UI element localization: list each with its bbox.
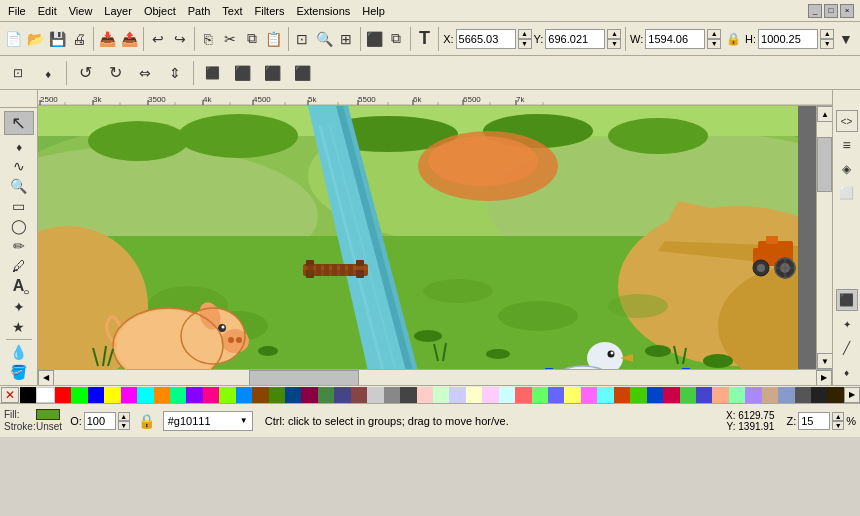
swatch-chartreuse[interactable] <box>219 387 235 403</box>
menu-path[interactable]: Path <box>182 3 217 19</box>
swatch-grass[interactable] <box>630 387 646 403</box>
spray-tool[interactable]: ✦ <box>4 297 34 316</box>
swatch-azure[interactable] <box>236 387 252 403</box>
lock-icon[interactable]: 🔒 <box>138 413 155 429</box>
swatch-magenta[interactable] <box>121 387 137 403</box>
swatch-lightblue[interactable] <box>449 387 465 403</box>
menu-layer[interactable]: Layer <box>98 3 138 19</box>
y-down[interactable]: ▼ <box>607 39 621 49</box>
swatch-cyan[interactable] <box>137 387 153 403</box>
h-input[interactable] <box>758 29 818 49</box>
y-up[interactable]: ▲ <box>607 29 621 39</box>
opacity-input[interactable] <box>84 412 116 430</box>
scroll-thumb-v[interactable] <box>817 137 832 192</box>
rotate-cw-button[interactable]: ↻ <box>101 59 129 87</box>
align-center-h-button[interactable]: ⬛ <box>228 59 256 87</box>
snap-node-button[interactable]: ⬧ <box>836 361 858 383</box>
flip-v-button[interactable]: ⇕ <box>161 59 189 87</box>
menu-help[interactable]: Help <box>356 3 391 19</box>
zoom-sel-button[interactable]: 🔍 <box>314 25 334 53</box>
swatch-nearblack[interactable] <box>811 387 827 403</box>
snap-btn2[interactable]: ⬧ <box>34 59 62 87</box>
text-tool-button[interactable]: T <box>415 25 435 53</box>
flip-h-button[interactable]: ⇔ <box>131 59 159 87</box>
export-button[interactable]: 📤 <box>120 25 140 53</box>
scroll-track-h[interactable] <box>54 370 816 386</box>
import-button[interactable]: 📥 <box>98 25 118 53</box>
swatch-gray[interactable] <box>384 387 400 403</box>
copy-style-button[interactable]: ⎘ <box>198 25 218 53</box>
tweak-tool[interactable]: ∿ <box>4 156 34 175</box>
fill-tool[interactable]: 🪣 <box>4 363 34 382</box>
swatch-steel[interactable] <box>778 387 794 403</box>
swatch-brown[interactable] <box>252 387 268 403</box>
swatch-skyblue[interactable] <box>597 387 613 403</box>
swatch-red[interactable] <box>55 387 71 403</box>
align-right-button[interactable]: ⬛ <box>258 59 286 87</box>
pen-tool[interactable]: 🖊 <box>4 256 34 275</box>
ellipse-tool[interactable]: ◯ <box>4 216 34 235</box>
menu-edit[interactable]: Edit <box>32 3 63 19</box>
x-down[interactable]: ▼ <box>518 39 532 49</box>
swatch-darkbrown[interactable] <box>827 387 843 403</box>
w-down[interactable]: ▼ <box>707 39 721 49</box>
palette-scroll-right[interactable]: ▶ <box>844 387 860 403</box>
no-color-button[interactable]: ✕ <box>1 387 19 403</box>
swatch-slate[interactable] <box>334 387 350 403</box>
h-down[interactable]: ▼ <box>820 39 834 49</box>
swatch-lightlime[interactable] <box>532 387 548 403</box>
swatch-darkgray[interactable] <box>400 387 416 403</box>
menu-text[interactable]: Text <box>216 3 248 19</box>
zoom-tool[interactable]: 🔍 <box>4 176 34 195</box>
save-button[interactable]: 💾 <box>48 25 68 53</box>
swatch-silver[interactable] <box>367 387 383 403</box>
swatch-lightyellow[interactable] <box>466 387 482 403</box>
swatch-navy[interactable] <box>285 387 301 403</box>
dropper-tool[interactable]: 💧 <box>4 343 34 362</box>
scroll-track-v[interactable] <box>817 122 832 353</box>
layers-button[interactable]: ≡ <box>836 134 858 156</box>
zoom-up[interactable]: ▲ <box>832 412 844 421</box>
swatch-cobalt[interactable] <box>647 387 663 403</box>
redo-button[interactable]: ↪ <box>170 25 190 53</box>
h-up[interactable]: ▲ <box>820 29 834 39</box>
menu-filters[interactable]: Filters <box>249 3 291 19</box>
x-input[interactable] <box>456 29 516 49</box>
swatch-darkorange[interactable] <box>614 387 630 403</box>
swatch-corn[interactable] <box>564 387 580 403</box>
undo-button[interactable]: ↩ <box>148 25 168 53</box>
menu-view[interactable]: View <box>63 3 99 19</box>
opacity-down[interactable]: ▼ <box>118 421 130 430</box>
xml-editor-button[interactable]: <> <box>836 110 858 132</box>
y-input[interactable] <box>545 29 605 49</box>
lock-proportions-button[interactable]: 🔒 <box>723 25 743 53</box>
swatch-hotpink[interactable] <box>581 387 597 403</box>
canvas[interactable]: ▲ ▼ <box>38 106 832 369</box>
objects-button[interactable]: ⬜ <box>836 182 858 204</box>
snap-btn1[interactable]: ⊡ <box>4 59 32 87</box>
swatch-black[interactable] <box>20 387 36 403</box>
opacity-up[interactable]: ▲ <box>118 412 130 421</box>
window-close[interactable]: × <box>840 4 854 18</box>
zoom-fit-button[interactable]: ⊡ <box>292 25 312 53</box>
swatch-maroon[interactable] <box>301 387 317 403</box>
align-top-button[interactable]: ⬛ <box>288 59 316 87</box>
node-edit-tool[interactable]: ⬧ <box>4 136 34 155</box>
swatch-lime[interactable] <box>71 387 87 403</box>
zoom-input[interactable] <box>798 412 830 430</box>
x-up[interactable]: ▲ <box>518 29 532 39</box>
swatch-periwinkle[interactable] <box>548 387 564 403</box>
scroll-thumb-h[interactable] <box>249 370 359 386</box>
swatch-lightcyan[interactable] <box>499 387 515 403</box>
zoom-down[interactable]: ▼ <box>832 421 844 430</box>
swatch-medium-green[interactable] <box>680 387 696 403</box>
scroll-left-arrow[interactable]: ◀ <box>38 370 54 386</box>
swatch-peach[interactable] <box>712 387 728 403</box>
swatch-medium-blue[interactable] <box>696 387 712 403</box>
zoom-draw-button[interactable]: ⊞ <box>336 25 356 53</box>
swatch-olive[interactable] <box>269 387 285 403</box>
scroll-down-arrow[interactable]: ▼ <box>817 353 832 369</box>
pencil-tool[interactable]: ✏ <box>4 236 34 255</box>
swatch-white[interactable] <box>36 387 54 403</box>
stroke-value[interactable]: Unset <box>36 421 62 432</box>
